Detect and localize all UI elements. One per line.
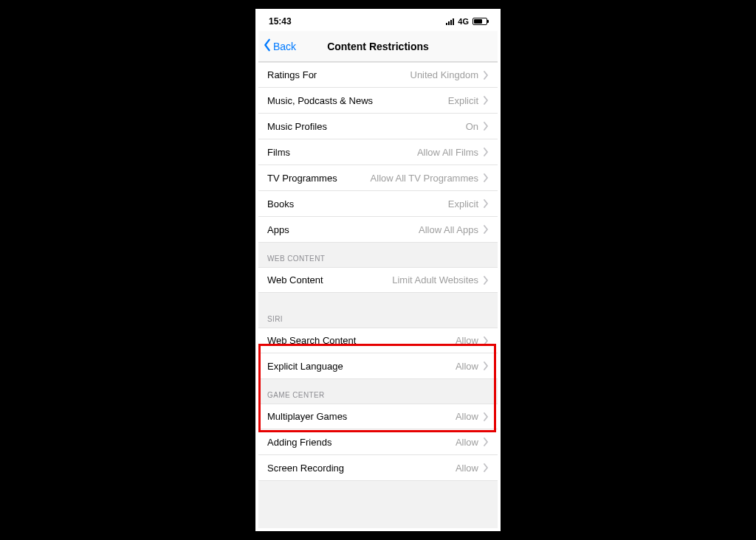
row-label: Music Profiles <box>267 121 327 132</box>
settings-list: Ratings ForUnited KingdomMusic, Podcasts… <box>258 62 498 481</box>
chevron-right-icon <box>483 361 489 370</box>
row-value: Allow All TV Programmes <box>337 173 483 184</box>
settings-row[interactable]: AppsAllow All Apps <box>258 217 498 243</box>
row-label: TV Programmes <box>267 173 337 184</box>
settings-row[interactable]: Screen RecordingAllow <box>258 455 498 481</box>
chevron-right-icon <box>483 148 489 156</box>
chevron-right-icon <box>483 71 489 80</box>
row-label: Adding Friends <box>267 437 331 448</box>
row-label: Ratings For <box>267 69 317 80</box>
battery-icon <box>472 18 487 25</box>
chevron-right-icon <box>483 437 489 446</box>
settings-row[interactable]: BooksExplicit <box>258 191 498 217</box>
chevron-right-icon <box>483 412 489 421</box>
phone-frame: 15:43 4G Back Content Restrictions Ratin… <box>255 9 501 531</box>
chevron-right-icon <box>483 96 489 105</box>
settings-row[interactable]: TV ProgrammesAllow All TV Programmes <box>258 165 498 191</box>
chevron-right-icon <box>483 122 489 131</box>
chevron-right-icon <box>483 199 489 208</box>
chevron-left-icon <box>263 38 272 54</box>
nav-title: Content Restrictions <box>327 41 429 52</box>
row-value: Allow All Apps <box>289 224 483 235</box>
row-label: Web Content <box>267 274 323 285</box>
row-value: Allow <box>331 437 483 448</box>
status-bar: 15:43 4G <box>258 12 498 31</box>
back-button-label: Back <box>273 41 296 52</box>
row-label: Web Search Content <box>267 335 356 346</box>
settings-row[interactable]: Web Search ContentAllow <box>258 328 498 353</box>
row-value: Limit Adult Websites <box>323 274 483 285</box>
status-right: 4G <box>446 17 487 26</box>
row-value: Explicit <box>294 198 483 210</box>
section-spacer <box>258 293 498 309</box>
network-label: 4G <box>458 17 469 26</box>
row-value: Allow All Films <box>290 147 483 158</box>
section-header-gc: Game Center <box>258 379 498 404</box>
settings-row[interactable]: Web ContentLimit Adult Websites <box>258 267 498 293</box>
row-label: Apps <box>267 224 289 235</box>
row-label: Explicit Language <box>267 361 343 372</box>
row-label: Screen Recording <box>267 463 344 474</box>
settings-row[interactable]: Multiplayer GamesAllow <box>258 404 498 429</box>
chevron-right-icon <box>483 463 489 472</box>
nav-bar: Back Content Restrictions <box>258 31 498 62</box>
back-button[interactable]: Back <box>263 31 296 61</box>
row-label: Films <box>267 147 290 158</box>
chevron-right-icon <box>483 225 489 234</box>
row-label: Multiplayer Games <box>267 411 347 422</box>
row-value: Explicit <box>373 95 483 106</box>
canvas: 15:43 4G Back Content Restrictions Ratin… <box>0 0 756 540</box>
row-label: Music, Podcasts & News <box>267 95 373 106</box>
row-value: Allow <box>347 411 483 422</box>
section-header-siri: Siri <box>258 309 498 328</box>
row-value: United Kingdom <box>317 69 483 80</box>
settings-row[interactable]: Ratings ForUnited Kingdom <box>258 62 498 88</box>
chevron-right-icon <box>483 173 489 182</box>
chevron-right-icon <box>483 336 489 345</box>
row-value: Allow <box>356 335 483 346</box>
row-value: Allow <box>344 463 483 474</box>
signal-icon <box>446 18 454 25</box>
row-label: Books <box>267 198 294 210</box>
settings-row[interactable]: FilmsAllow All Films <box>258 139 498 165</box>
section-header-web: Web Content <box>258 243 498 267</box>
row-value: On <box>327 121 483 132</box>
settings-row[interactable]: Music, Podcasts & NewsExplicit <box>258 88 498 114</box>
status-time: 15:43 <box>269 16 292 27</box>
settings-row[interactable]: Explicit LanguageAllow <box>258 353 498 379</box>
chevron-right-icon <box>483 276 489 285</box>
settings-row[interactable]: Music ProfilesOn <box>258 114 498 139</box>
row-value: Allow <box>343 361 483 372</box>
settings-row[interactable]: Adding FriendsAllow <box>258 429 498 455</box>
